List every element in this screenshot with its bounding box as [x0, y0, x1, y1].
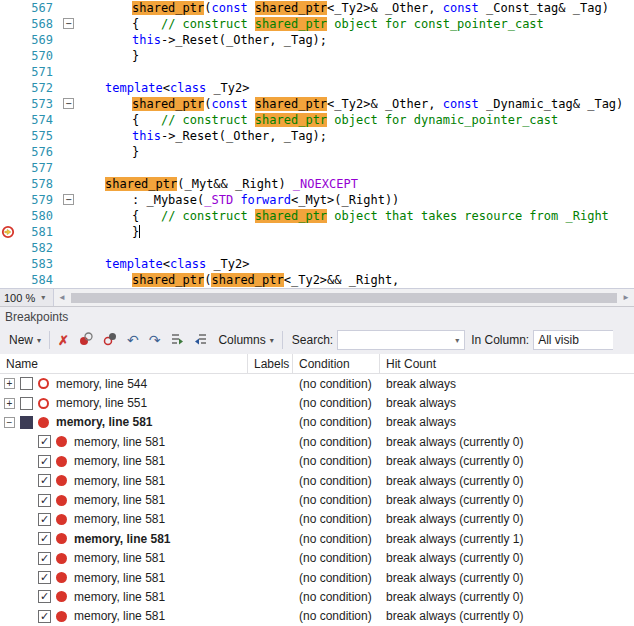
glyph-margin[interactable] [0, 16, 16, 32]
delete-all-breakpoints-button[interactable] [74, 329, 98, 351]
scroll-right-icon[interactable]: ► [618, 293, 634, 302]
breakpoint-row[interactable]: ✓memory, line 581(no condition)break alw… [0, 568, 634, 587]
glyph-margin[interactable] [0, 272, 16, 288]
glyph-margin[interactable] [0, 192, 16, 208]
code-line[interactable]: 569this->_Reset(_Other, _Tag); [0, 32, 634, 48]
breakpoint-checkbox[interactable] [20, 377, 33, 390]
expand-icon[interactable]: + [4, 398, 15, 409]
fold-collapse-icon[interactable]: − [63, 98, 74, 109]
breakpoint-row[interactable]: ✓memory, line 581(no condition)break alw… [0, 490, 634, 509]
go-to-disassembly-button[interactable]: ↷ [144, 329, 166, 351]
breakpoint-checkbox[interactable]: ✓ [38, 435, 51, 448]
scroll-left-icon[interactable]: ◄ [54, 293, 70, 302]
glyph-margin[interactable] [0, 144, 16, 160]
code-line[interactable]: 582 [0, 240, 634, 256]
breakpoint-checkbox[interactable]: ✓ [38, 455, 51, 468]
search-combobox[interactable]: ▾ [337, 330, 465, 350]
glyph-margin[interactable] [0, 256, 16, 272]
import-breakpoints-button[interactable] [189, 329, 213, 351]
code-line[interactable]: 572template<class _Ty2> [0, 80, 634, 96]
export-breakpoints-button[interactable] [165, 329, 189, 351]
code-line[interactable]: 568−{ // construct shared_ptr object for… [0, 16, 634, 32]
go-to-source-button[interactable]: ↶ [122, 329, 144, 351]
fold-margin: − [60, 192, 78, 208]
glyph-margin[interactable] [0, 112, 16, 128]
code-line[interactable]: 579−: _Mybase(_STD forward<_Myt>(_Right)… [0, 192, 634, 208]
breakpoint-row[interactable]: ✓memory, line 581(no condition)break alw… [0, 529, 634, 548]
breakpoint-checkbox[interactable] [20, 416, 33, 429]
code-token: object that takes resource from _Right [327, 209, 609, 223]
breakpoint-row[interactable]: ✓memory, line 581(no condition)break alw… [0, 607, 634, 626]
columns-label: Columns [218, 333, 265, 347]
columns-button[interactable]: Columns ▾ [213, 329, 278, 351]
code-line[interactable]: 580{ // construct shared_ptr object that… [0, 208, 634, 224]
glyph-margin[interactable] [0, 128, 16, 144]
glyph-margin[interactable] [0, 32, 16, 48]
breakpoint-row[interactable]: ✓memory, line 581(no condition)break alw… [0, 510, 634, 529]
code-line[interactable]: 578shared_ptr(_Myt&& _Right) _NOEXCEPT [0, 176, 634, 192]
glyph-margin[interactable] [0, 0, 16, 16]
breakpoint-checkbox[interactable]: ✓ [38, 513, 51, 526]
breakpoint-checkbox[interactable]: ✓ [38, 552, 51, 565]
code-line[interactable]: 575this->_Reset(_Other, _Tag); [0, 128, 634, 144]
breakpoint-checkbox[interactable]: ✓ [38, 610, 51, 623]
fold-margin [60, 128, 78, 144]
breakpoint-row[interactable]: +memory, line 551(no condition)break alw… [0, 393, 634, 412]
glyph-margin[interactable] [0, 240, 16, 256]
column-header-name[interactable]: Name [0, 354, 248, 373]
expand-icon[interactable]: + [4, 378, 15, 389]
fold-collapse-icon[interactable]: − [63, 194, 74, 205]
glyph-margin[interactable] [0, 48, 16, 64]
code-text: shared_ptr(_Myt&& _Right) _NOEXCEPT [78, 176, 634, 192]
name-cell: ✓memory, line 581 [0, 435, 248, 449]
code-line[interactable]: 573−shared_ptr(const shared_ptr<_Ty2>& _… [0, 96, 634, 112]
code-line[interactable]: 576} [0, 144, 634, 160]
breakpoint-row[interactable]: ✓memory, line 581(no condition)break alw… [0, 549, 634, 568]
breakpoint-row[interactable]: ✓memory, line 581(no condition)break alw… [0, 452, 634, 471]
scrollbar-thumb[interactable] [71, 293, 617, 303]
code-line[interactable]: 571 [0, 64, 634, 80]
code-token: } [132, 49, 139, 63]
column-header-labels[interactable]: Labels [248, 354, 293, 373]
delete-breakpoint-button[interactable]: ✗ [53, 329, 74, 351]
new-breakpoint-button[interactable]: New ▾ [4, 329, 46, 351]
breakpoints-panel-header[interactable]: Breakpoints [0, 306, 634, 326]
code-line[interactable]: 584shared_ptr(shared_ptr<_Ty2>&& _Right, [0, 272, 634, 288]
glyph-margin[interactable] [0, 176, 16, 192]
toggle-all-breakpoints-button[interactable] [98, 329, 122, 351]
code-line[interactable]: 567shared_ptr(const shared_ptr<_Ty2>& _O… [0, 0, 634, 16]
glyph-margin[interactable] [0, 80, 16, 96]
breakpoint-row[interactable]: ✓memory, line 581(no condition)break alw… [0, 587, 634, 606]
code-line[interactable]: 583template<class _Ty2> [0, 256, 634, 272]
code-text [78, 64, 634, 80]
zoom-control[interactable]: 100 % ▾ [0, 289, 54, 306]
code-line[interactable]: 577 [0, 160, 634, 176]
code-line[interactable]: 570} [0, 48, 634, 64]
breakpoint-row[interactable]: ✓memory, line 581(no condition)break alw… [0, 432, 634, 451]
line-number: 576 [16, 144, 60, 160]
glyph-margin[interactable] [0, 64, 16, 80]
breakpoint-checkbox[interactable]: ✓ [38, 494, 51, 507]
breakpoint-checkbox[interactable]: ✓ [38, 571, 51, 584]
column-header-hit-count[interactable]: Hit Count [380, 354, 634, 373]
horizontal-scrollbar[interactable]: ◄ ► [54, 289, 634, 306]
fold-collapse-icon[interactable]: − [63, 18, 74, 29]
in-column-combobox[interactable]: All visib [533, 330, 613, 350]
breakpoint-checkbox[interactable]: ✓ [38, 474, 51, 487]
breakpoint-hit-glyph[interactable] [0, 224, 16, 240]
breakpoint-row[interactable]: ✓memory, line 581(no condition)break alw… [0, 471, 634, 490]
glyph-margin[interactable] [0, 96, 16, 112]
breakpoint-checkbox[interactable] [20, 397, 33, 410]
breakpoint-checkbox[interactable]: ✓ [38, 590, 51, 603]
breakpoint-checkbox[interactable]: ✓ [38, 532, 51, 545]
breakpoint-name: memory, line 581 [74, 590, 165, 604]
column-header-condition[interactable]: Condition [293, 354, 380, 373]
breakpoint-row[interactable]: +memory, line 544(no condition)break alw… [0, 374, 634, 393]
glyph-margin[interactable] [0, 160, 16, 176]
code-line[interactable]: 581} [0, 224, 634, 240]
code-editor[interactable]: 567shared_ptr(const shared_ptr<_Ty2>& _O… [0, 0, 634, 288]
collapse-icon[interactable]: − [4, 417, 15, 428]
breakpoint-row[interactable]: −memory, line 581(no condition)break alw… [0, 413, 634, 432]
glyph-margin[interactable] [0, 208, 16, 224]
code-line[interactable]: 574{ // construct shared_ptr object for … [0, 112, 634, 128]
